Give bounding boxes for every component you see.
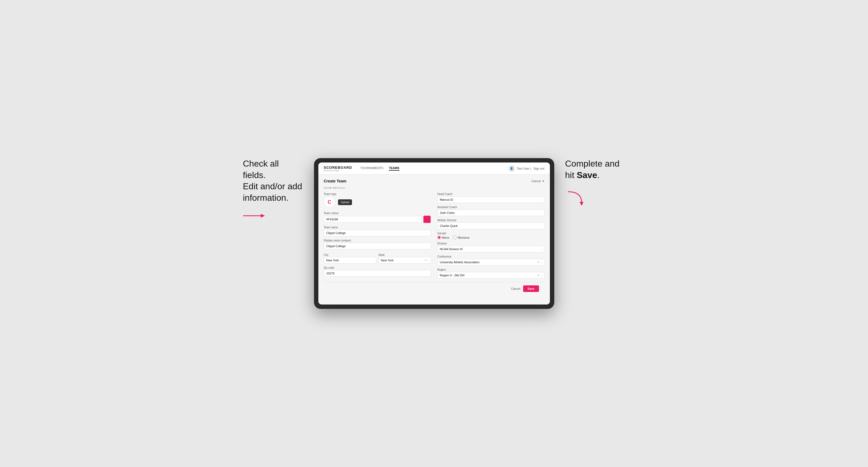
main-content: Create Team Cancel ✕ TEAM DETAILS Team l… <box>318 175 550 300</box>
assistant-coach-input[interactable] <box>437 210 545 216</box>
athletic-director-input[interactable] <box>437 223 545 229</box>
tablet-screen: SCOREBOARD Powered by clippd TOURNAMENTS… <box>318 162 550 305</box>
nav-teams[interactable]: TEAMS <box>389 166 399 171</box>
gender-womens-label: Womens <box>458 236 469 239</box>
team-logo-label: Team logo <box>324 192 431 195</box>
nav-links: TOURNAMENTS TEAMS <box>360 166 508 171</box>
head-coach-input[interactable] <box>437 196 545 203</box>
brand-sub: Powered by clippd <box>324 169 352 172</box>
head-coach-group: Head Coach <box>437 192 545 203</box>
gender-row: Mens Womens <box>437 236 545 239</box>
gender-label: Gender <box>437 232 545 235</box>
navbar: SCOREBOARD Powered by clippd TOURNAMENTS… <box>318 162 550 175</box>
division-select[interactable]: NCAA Division III NCAA Division II NCAA … <box>437 246 545 252</box>
instruction-line3: information. <box>243 193 289 203</box>
city-state-row: City State New York California <box>324 252 431 263</box>
gender-mens-radio[interactable] <box>437 236 441 239</box>
city-input[interactable] <box>324 257 376 263</box>
city-state-group: City State New York California <box>324 252 431 263</box>
gender-womens-radio[interactable] <box>453 236 457 239</box>
footer-cancel-button[interactable]: Cancel <box>511 287 520 290</box>
conference-select-wrapper: University Athletic Association Other ✕ … <box>437 259 545 266</box>
logo-section: C Upload <box>324 196 431 208</box>
brand-name: SCOREBOARD <box>324 165 352 169</box>
state-label: State <box>378 253 385 256</box>
gender-mens-option[interactable]: Mens <box>437 236 450 239</box>
sign-out-link[interactable]: Sign out <box>533 167 544 170</box>
svg-marker-2 <box>580 202 584 206</box>
right-arrow-icon <box>565 189 587 206</box>
colour-input-row <box>324 216 431 223</box>
state-select-wrapper: New York California Texas ✕ ⌄ <box>378 257 431 263</box>
division-label: Division <box>437 242 545 245</box>
region-select[interactable]: Region II - (M) DIII Region I Region III <box>437 272 545 279</box>
state-select[interactable]: New York California Texas <box>378 257 431 263</box>
svg-marker-1 <box>261 214 265 218</box>
logo-circle: C <box>324 196 335 208</box>
upload-button[interactable]: Upload <box>338 199 352 205</box>
division-group: Division NCAA Division III NCAA Division… <box>437 242 545 252</box>
athletic-director-group: Athletic Director <box>437 219 545 229</box>
team-colour-group: Team colour <box>324 212 431 223</box>
region-select-wrapper: Region II - (M) DIII Region I Region III… <box>437 272 545 279</box>
team-colour-input[interactable] <box>324 216 422 223</box>
right-instruction-line2-start: hit <box>565 170 577 180</box>
team-colour-label: Team colour <box>324 212 431 215</box>
form-right-column: Head Coach Assistant Coach Athletic Dire… <box>437 192 545 279</box>
tablet-frame: SCOREBOARD Powered by clippd TOURNAMENTS… <box>314 158 554 309</box>
brand-logo: SCOREBOARD Powered by clippd <box>324 165 352 172</box>
state-group: State New York California Texas <box>378 252 431 263</box>
assistant-coach-label: Assistant Coach <box>437 206 545 209</box>
instruction-line2: Edit and/or add <box>243 181 302 191</box>
conference-label: Conference <box>437 255 545 258</box>
save-button[interactable]: Save <box>523 285 539 292</box>
cancel-top-button[interactable]: Cancel ✕ <box>531 180 544 183</box>
region-label: Region <box>437 268 545 271</box>
athletic-director-label: Athletic Director <box>437 219 545 222</box>
gender-mens-label: Mens <box>442 236 450 239</box>
nav-tournaments[interactable]: TOURNAMENTS <box>360 166 383 171</box>
colour-swatch <box>423 216 431 223</box>
city-label: City <box>324 253 329 256</box>
head-coach-label: Head Coach <box>437 192 545 195</box>
right-instruction-line1: Complete and <box>565 159 620 168</box>
zip-code-input[interactable] <box>324 270 431 277</box>
save-emphasis: Save <box>577 170 597 180</box>
city-group: City <box>324 252 376 263</box>
page-header: Create Team Cancel ✕ <box>324 179 545 183</box>
zip-code-group: Zip code <box>324 266 431 277</box>
right-instructions: Complete and hit Save. <box>565 158 625 206</box>
user-label: Test User | <box>517 167 531 170</box>
display-name-group: Display name (unique) <box>324 239 431 249</box>
assistant-coach-group: Assistant Coach <box>437 206 545 216</box>
team-name-input[interactable] <box>324 230 431 236</box>
left-instructions: Check all fields. Edit and/or add inform… <box>243 158 303 220</box>
navbar-right: 👤 Test User | Sign out <box>509 165 545 172</box>
display-name-input[interactable] <box>324 243 431 249</box>
left-arrow-icon <box>243 212 265 220</box>
team-name-group: Team name <box>324 226 431 236</box>
team-name-label: Team name <box>324 226 431 229</box>
gender-womens-option[interactable]: Womens <box>453 236 469 239</box>
page-title: Create Team <box>324 179 346 183</box>
gender-group: Gender Mens Womens <box>437 232 545 239</box>
conference-select[interactable]: University Athletic Association Other <box>437 259 545 266</box>
form-left-column: Team logo C Upload Team colour <box>324 192 431 279</box>
zip-code-label: Zip code <box>324 266 431 269</box>
division-select-wrapper: NCAA Division III NCAA Division II NCAA … <box>437 246 545 252</box>
instruction-line1: Check all fields. <box>243 159 279 180</box>
close-icon: ✕ <box>542 180 545 183</box>
cancel-top-label: Cancel <box>531 180 540 183</box>
section-label: TEAM DETAILS <box>324 187 545 189</box>
user-avatar-icon: 👤 <box>509 165 515 172</box>
form-grid: Team logo C Upload Team colour <box>324 192 545 279</box>
conference-group: Conference University Athletic Associati… <box>437 255 545 266</box>
form-footer: Cancel Save <box>324 282 545 295</box>
display-name-label: Display name (unique) <box>324 239 431 242</box>
region-group: Region Region II - (M) DIII Region I Reg… <box>437 268 545 279</box>
team-logo-group: Team logo C Upload <box>324 192 431 209</box>
right-instruction-period: . <box>597 170 599 180</box>
